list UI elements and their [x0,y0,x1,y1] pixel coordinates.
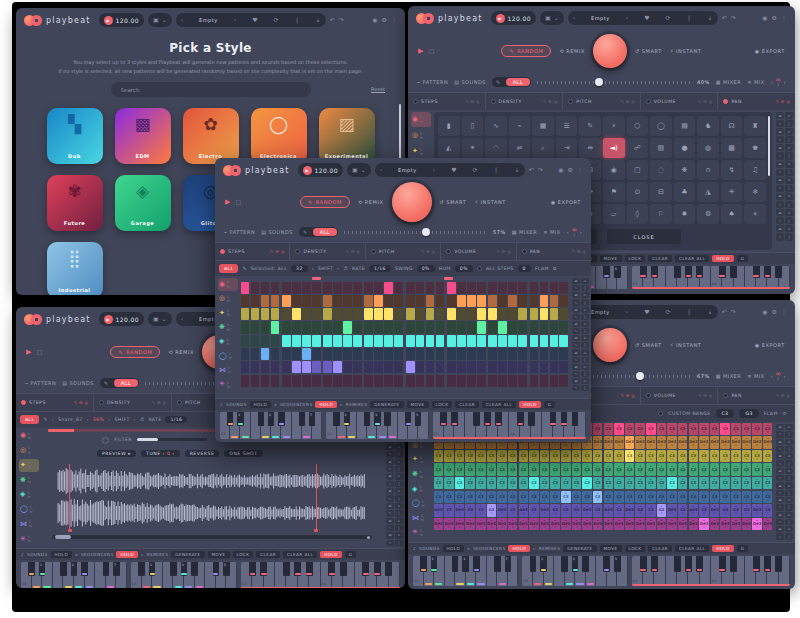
track-selector-8[interactable]: ✳SM [218,378,238,391]
step-cell[interactable] [457,321,466,333]
pitch-cell[interactable]: ▴C3▾ [678,463,687,475]
curve-icon[interactable]: ∿ [776,475,784,481]
curve-icon[interactable]: ∿ [572,285,580,291]
prev-icon[interactable]: ‹ [567,229,570,235]
pitch-down-arrow[interactable]: ▾ [586,499,588,502]
step-cell[interactable] [467,375,476,387]
pitch-cell[interactable]: ▴C3▾ [519,450,528,462]
instant-button[interactable]: ⚡INSTANT [670,342,702,348]
sound-icon-button[interactable]: ✎ [579,116,601,136]
pitch-down-arrow[interactable]: ▾ [756,431,758,434]
style-tile-garage[interactable]: ◈Garage [115,175,171,231]
step-cell[interactable] [333,308,342,320]
pitch-down-arrow[interactable]: ▾ [746,471,748,474]
step-cell[interactable] [374,282,383,294]
pitch-cell[interactable]: ▴C3▾ [497,450,506,462]
pitch-cell[interactable]: ▴C3▾ [625,450,634,462]
step-cell[interactable] [271,361,280,373]
step-cell[interactable] [498,348,507,360]
piano-black-key[interactable] [517,412,524,426]
speaker-icon[interactable]: ◄) [776,453,784,459]
export-button[interactable]: ◉EXPORT [755,342,785,348]
step-cell[interactable] [394,348,403,360]
mute-button[interactable]: M [227,385,230,389]
sound-icon-button[interactable]: ∩ [697,160,719,180]
step-cell[interactable] [467,348,476,360]
pitch-cell[interactable]: ▴D#3▾ [710,504,719,516]
clear-all-button[interactable]: CLEAR ALL [675,545,709,552]
step-cell[interactable] [559,282,568,294]
tab-mini-icon[interactable]: ✎ [621,393,624,398]
step-cell[interactable] [488,295,497,307]
kebab-menu-icon[interactable]: ⋮ [577,167,583,173]
pitch-down-arrow[interactable]: ▾ [682,458,684,461]
pitch-down-arrow[interactable]: ▾ [661,499,663,502]
curve-icon[interactable]: ∿ [572,357,580,363]
target-icon[interactable]: ⊙ [395,459,403,465]
piano-black-key[interactable] [28,562,35,576]
piano-black-key[interactable] [719,556,726,572]
pitch-down-arrow[interactable]: ▾ [671,431,673,434]
step-cell[interactable] [457,308,466,320]
step-cell[interactable] [518,295,527,307]
complexity-slider[interactable] [344,227,487,237]
piano-black-key[interactable] [451,412,458,426]
piano-black-key[interactable] [340,562,347,576]
tab-mini-icon[interactable]: ✎ [776,99,779,104]
prev-icon[interactable]: ‹ [52,417,54,422]
tab-mini-icon[interactable]: ⟳ [577,249,580,254]
speaker-icon[interactable]: ◄) [572,335,580,341]
tab-mini-icon[interactable]: ◎ [281,249,285,254]
pencil-icon[interactable]: ✎ [242,266,246,271]
pitch-down-arrow[interactable]: ▾ [650,471,652,474]
target-icon[interactable]: ⊙ [581,335,589,341]
step-cell[interactable] [540,375,549,387]
step-cell[interactable] [241,361,250,373]
sound-icon-button[interactable]: ▢ [627,160,649,180]
pitch-cell[interactable]: ▴C3▾ [646,477,655,489]
mixer-button[interactable]: ▦MIXER [716,79,742,85]
export-button[interactable]: ◉EXPORT [551,199,581,205]
close-button[interactable]: CLOSE [607,229,681,244]
tab-mini-icon[interactable]: ◎ [709,393,713,398]
tab-steps[interactable]: STEPS✎⟳◎ [16,394,94,411]
sound-icon-button[interactable]: ⚙ [697,204,719,224]
target-icon[interactable]: ⊙ [395,503,403,509]
step-cell[interactable] [261,335,270,347]
pitch-down-arrow[interactable]: ▾ [512,471,514,474]
download-icon[interactable]: ⇣ [708,309,713,315]
range-high[interactable]: G3 [739,409,758,418]
pitch-down-arrow[interactable]: ▾ [661,485,663,488]
piano-black-key[interactable] [283,562,290,576]
pitch-down-arrow[interactable]: ▾ [671,526,673,529]
piano-black-key[interactable] [561,412,568,426]
pitch-down-arrow[interactable]: ▾ [629,512,631,515]
pitch-down-arrow[interactable]: ▾ [650,431,652,434]
redo-icon[interactable]: ↷ [731,309,736,315]
bars-icon[interactable]: ▯ [581,385,589,391]
step-cell[interactable] [343,375,352,387]
redo-icon[interactable]: ↷ [731,15,736,21]
curve-icon[interactable]: ∿ [776,431,784,437]
step-cell[interactable] [353,308,362,320]
pitch-cell[interactable]: ▴C3▾ [657,491,666,503]
pitch-down-arrow[interactable]: ▾ [576,526,578,529]
pitch-down-arrow[interactable]: ▾ [512,499,514,502]
step-cell[interactable] [394,282,403,294]
pitch-cell[interactable]: ▴D#3▾ [529,518,538,530]
oneshot-button[interactable]: ONE SHOT [224,450,262,457]
copy-icon[interactable]: ⧉ [553,266,557,271]
pitch-down-arrow[interactable]: ▾ [661,471,663,474]
pitch-down-arrow[interactable]: ▾ [650,512,652,515]
pitch-down-arrow[interactable]: ▾ [501,444,503,447]
step-cell[interactable] [333,295,342,307]
pitch-down-arrow[interactable]: ▾ [639,444,641,447]
tab-mini-icon[interactable]: ✎ [465,99,468,104]
piano-black-key[interactable]: 1 [149,562,156,576]
piano-black-key[interactable]: 7 [309,412,315,426]
sound-icon-button[interactable]: ♫ [744,160,766,180]
tab-mini-icon[interactable]: ◎ [163,400,167,405]
step-cell[interactable] [261,375,270,387]
sample-start-marker[interactable] [69,464,70,530]
sound-icon-button[interactable]: ⚡ [603,116,625,136]
